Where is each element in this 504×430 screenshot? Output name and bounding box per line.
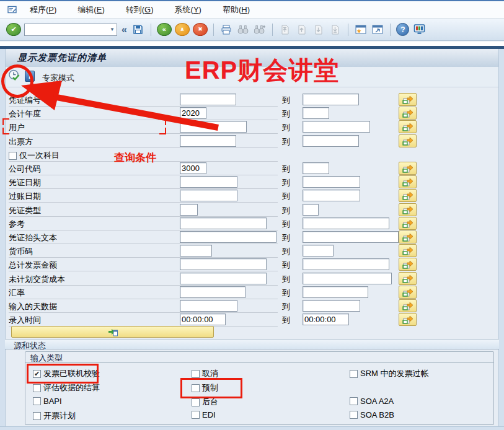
checkbox-billing-plan[interactable]: 开票计划 <box>33 410 76 421</box>
gross-invoice-amount-to-input[interactable] <box>303 258 389 270</box>
unplanned-delivery-cost-multiple-selection-button[interactable] <box>399 272 417 285</box>
menu-help[interactable]: 帮助(H) <box>216 2 256 17</box>
reference-to-input[interactable] <box>303 217 389 229</box>
find-next-icon[interactable] <box>253 22 267 37</box>
company-code-multiple-selection-button[interactable] <box>399 162 417 175</box>
page-title: 显示发票凭证的清单 <box>17 52 107 64</box>
unplanned-delivery-cost-to-input[interactable] <box>303 273 392 284</box>
fiscal-year-multiple-selection-button[interactable] <box>399 107 417 120</box>
command-input[interactable] <box>27 25 107 35</box>
back-button[interactable]: « <box>157 23 172 36</box>
checkbox-edi[interactable]: EDI <box>192 410 216 419</box>
help-icon[interactable]: ? <box>396 22 410 37</box>
find-icon[interactable] <box>236 22 250 37</box>
user-to-input[interactable] <box>303 121 370 133</box>
one-time-account-label: 仅一次科目 <box>19 150 60 161</box>
field-label-gross-invoice-amount: 总计发票金额 <box>9 260 57 271</box>
checkbox-eval-receipt-settlement[interactable]: 评估收据的结算 <box>33 382 100 393</box>
menu-bar: 程序(P)编辑(E)转到(G)系统(Y)帮助(H) <box>0 0 504 19</box>
currency-to-input[interactable] <box>303 245 334 257</box>
command-field[interactable]: ▼ <box>24 24 117 36</box>
invoicing-party-to-input[interactable] <box>303 135 359 147</box>
posting-date-to-input[interactable] <box>303 190 360 201</box>
document-date-to-input[interactable] <box>303 176 360 188</box>
menu-program[interactable]: 程序(P) <box>24 2 63 17</box>
document-number-to-input[interactable] <box>303 94 359 105</box>
user-multiple-selection-button[interactable] <box>399 120 417 133</box>
dynamic-selections-button[interactable] <box>11 326 214 338</box>
exchange-rate-multiple-selection-button[interactable] <box>399 286 417 299</box>
menu-system[interactable]: 系统(Y) <box>169 2 208 17</box>
expert-mode-button[interactable]: 专家模式 <box>42 72 74 84</box>
field-label-posting-date: 过账日期 <box>9 191 41 202</box>
checkbox-bapi[interactable]: BAPI <box>33 397 62 406</box>
exit-button[interactable]: ✖ <box>193 23 208 36</box>
entry-time-from-input[interactable] <box>180 314 226 325</box>
field-label-document-type: 凭证类型 <box>9 205 41 216</box>
first-page-icon <box>278 22 292 37</box>
currency-multiple-selection-button[interactable] <box>399 244 417 257</box>
collapse-toolbar-icon[interactable]: « <box>122 24 127 35</box>
company-code-from-input[interactable] <box>180 162 206 174</box>
form-row-exchange-rate: 汇率到 <box>9 286 496 300</box>
posting-date-multiple-selection-button[interactable] <box>399 189 417 202</box>
document-date-multiple-selection-button[interactable] <box>399 175 417 188</box>
entry-time-multiple-selection-button[interactable] <box>399 313 417 326</box>
document-number-from-input[interactable] <box>180 94 236 105</box>
days-entered-multiple-selection-button[interactable] <box>399 299 417 312</box>
document-type-to-input[interactable] <box>303 204 319 216</box>
previous-page-icon <box>295 22 309 37</box>
source-status-section-header[interactable]: 源和状态 <box>5 339 499 349</box>
exchange-rate-from-input[interactable] <box>180 286 245 298</box>
posting-date-from-input[interactable] <box>180 190 237 201</box>
header-text-from-input[interactable] <box>180 231 276 243</box>
to-label: 到 <box>282 287 290 299</box>
invoicing-party-from-input[interactable] <box>180 135 236 147</box>
create-shortcut-icon[interactable] <box>371 22 384 37</box>
header-text-to-input[interactable] <box>303 231 399 243</box>
document-date-from-input[interactable] <box>180 176 237 188</box>
unplanned-delivery-cost-from-input[interactable] <box>180 273 267 284</box>
checkbox-soa-b2b[interactable]: SOA B2B <box>350 410 394 419</box>
save-icon[interactable] <box>131 22 145 37</box>
invoicing-party-multiple-selection-button[interactable] <box>399 134 417 147</box>
menu-edit[interactable]: 编辑(E) <box>71 2 110 17</box>
document-type-multiple-selection-button[interactable] <box>399 203 417 216</box>
reference-multiple-selection-button[interactable] <box>399 217 417 230</box>
dropdown-icon[interactable]: ▼ <box>110 27 115 32</box>
session-menu-icon[interactable] <box>7 6 17 14</box>
days-entered-to-input[interactable] <box>303 300 360 312</box>
fiscal-year-from-input[interactable] <box>180 107 206 119</box>
to-label: 到 <box>282 122 290 133</box>
new-session-icon[interactable] <box>354 22 368 37</box>
document-type-from-input[interactable] <box>180 204 198 216</box>
window-frame-left <box>0 49 6 426</box>
to-label: 到 <box>282 108 290 120</box>
reference-from-input[interactable] <box>180 217 267 229</box>
checkbox-srm-invoice-posting[interactable]: SRM 中的发票过帐 <box>350 368 429 379</box>
document-number-multiple-selection-button[interactable] <box>399 93 417 106</box>
currency-from-input[interactable] <box>180 245 212 257</box>
customize-layout-icon[interactable] <box>413 22 427 37</box>
up-button[interactable]: ∧ <box>175 23 190 36</box>
exchange-rate-to-input[interactable] <box>303 286 368 298</box>
one-time-account-checkbox[interactable]: 仅一次科目 <box>9 150 60 161</box>
to-label: 到 <box>282 95 290 106</box>
user-from-input[interactable] <box>180 121 247 133</box>
gross-invoice-amount-from-input[interactable] <box>180 258 267 270</box>
fiscal-year-to-input[interactable] <box>303 107 329 119</box>
entry-time-to-input[interactable] <box>303 314 349 325</box>
gross-invoice-amount-multiple-selection-button[interactable] <box>399 258 417 271</box>
company-code-to-input[interactable] <box>303 162 329 174</box>
enter-button[interactable]: ✔ <box>6 23 21 36</box>
form-row-days-entered: 输入的天数据到 <box>9 300 496 314</box>
form-row-reference: 参考到 <box>9 217 496 231</box>
days-entered-from-input[interactable] <box>180 300 237 312</box>
field-label-entry-time: 录入时间 <box>9 315 41 326</box>
form-row-invoicing-party: 出票方到 <box>9 135 496 149</box>
menu-goto[interactable]: 转到(G) <box>120 2 160 17</box>
checkbox-soa-a2a[interactable]: SOA A2A <box>350 397 394 406</box>
print-icon[interactable] <box>219 22 233 37</box>
to-label: 到 <box>282 219 290 230</box>
header-text-multiple-selection-button[interactable] <box>399 230 417 244</box>
